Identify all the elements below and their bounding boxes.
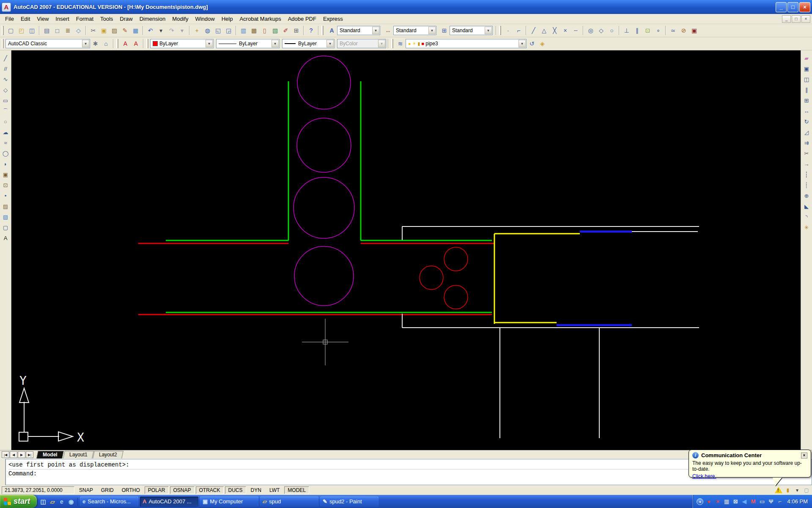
start-button[interactable]: start [0,495,37,508]
table-style-dropdown[interactable]: Standard ▾ [450,26,493,35]
dropdown-arrow-icon[interactable]: ▾ [518,40,526,47]
menu-format[interactable]: Format [73,14,97,23]
plot-preview-button[interactable]: ◻ [52,26,62,36]
erase-button[interactable]: ▰ [802,53,812,64]
status-toggle-otrack[interactable]: OTRACK [196,486,224,494]
quickcalc-button[interactable]: ⊞ [291,26,301,36]
mdi-close-button[interactable]: × [801,15,810,23]
linetype-control-dropdown[interactable]: ByLayer ▾ [216,39,280,48]
dropdown-arrow-icon[interactable]: ▾ [372,27,379,34]
snap-tangent-button[interactable]: ○ [607,26,617,36]
plot-button[interactable]: ▤ [42,26,52,36]
status-toggle-osnap[interactable]: OSNAP [170,486,195,494]
snap-apparent-intersection-button[interactable]: × [560,26,570,36]
block-editor-button[interactable]: ▦ [131,26,140,36]
snap-extension-button[interactable]: ┄ [571,26,581,36]
open-button[interactable]: ◰ [16,26,26,36]
redo-dropdown[interactable]: ▾ [177,26,187,36]
dropdown-arrow-icon[interactable]: ▾ [206,40,213,47]
status-toggle-ortho[interactable]: ORTHO [118,486,143,494]
toolbar-grip[interactable] [116,39,118,48]
tray-usb-device-icon[interactable]: ▭ [759,498,766,505]
make-block-button[interactable]: ⊡ [1,180,11,190]
taskbar-clock[interactable]: 4:06 PM [787,498,808,505]
stretch-button[interactable]: ⇉ [802,138,812,148]
dropdown-arrow-icon[interactable]: ▾ [272,40,279,47]
mdi-restore-button[interactable]: □ [792,15,801,23]
trim-button[interactable]: ✂ [802,148,812,159]
3d-dwf-button[interactable]: ◇ [74,26,83,36]
snap-midpoint-button[interactable]: △ [539,26,549,36]
clean-screen-button[interactable]: ▢ [803,487,810,494]
color-control-dropdown[interactable]: ByLayer ▾ [150,39,214,48]
polyline-button[interactable]: ∿ [1,74,11,85]
snap-quadrant-button[interactable]: ◇ [596,26,606,36]
menu-express[interactable]: Express [320,14,346,23]
toolbar-grip[interactable] [2,26,4,35]
snap-insert-button[interactable]: ⊡ [643,26,653,36]
snap-parallel-button[interactable]: ∥ [632,26,642,36]
close-button[interactable]: × [799,2,810,12]
toolbar-grip[interactable] [391,39,393,48]
hatch-button[interactable]: ▨ [1,201,11,212]
copy-object-button[interactable]: ▣ [802,64,812,74]
tray-pointing-device-icon[interactable]: ⌐ [776,498,784,505]
osnap-settings-button[interactable]: ▣ [689,26,699,36]
dropdown-arrow-icon[interactable]: ▾ [82,40,89,47]
snap-center-button[interactable]: ◎ [586,26,595,36]
insert-block-button[interactable]: ▣ [1,169,11,180]
dropdown-arrow-icon[interactable]: ▾ [485,27,492,34]
convert-to-pdf-comment-icon[interactable]: A [131,39,141,49]
extend-button[interactable]: → [802,159,812,169]
spline-button[interactable]: ≈ [1,138,11,148]
move-button[interactable]: ↔ [802,106,812,116]
mtext-button[interactable]: A [1,233,11,243]
save-button[interactable]: ◫ [27,26,37,36]
snap-from-button[interactable]: ⌐ [514,26,524,36]
text-style-icon[interactable]: A [327,26,337,36]
launch-internet-explorer-desktop-icon[interactable]: ◫ [39,498,47,505]
arc-button[interactable]: ⌒ [1,106,11,116]
tab-first-button[interactable]: |◀ [2,451,9,458]
menu-view[interactable]: View [33,14,52,23]
command-window-grip[interactable] [0,459,5,485]
minimize-button[interactable]: _ [776,2,787,12]
taskbar-button-search[interactable]: eSearch - Micros... [80,497,138,507]
polygon-button[interactable]: ◇ [1,85,11,95]
status-toggle-snap[interactable]: SNAP [76,486,96,494]
region-button[interactable]: ▢ [1,222,11,233]
markup-set-manager-button[interactable]: ✐ [281,26,291,36]
taskbar-button-my-computer[interactable]: ▣My Computer [200,497,258,507]
gradient-button[interactable]: ▧ [1,212,11,222]
restore-button[interactable]: □ [787,2,798,12]
point-button[interactable]: • [1,190,11,201]
tray-display-icon[interactable]: ▥ [723,498,730,505]
tray-antivirus-icon[interactable]: ● [705,498,713,505]
menu-modify[interactable]: Modify [169,14,192,23]
dim-style-icon[interactable]: ↔ [383,26,393,36]
paste-button[interactable]: ▨ [110,26,119,36]
tab-layout1[interactable]: Layout1 [63,451,94,458]
snap-none-button[interactable]: ⊘ [679,26,689,36]
status-toggle-dyn[interactable]: DYN [247,486,265,494]
menu-draw[interactable]: Draw [116,14,136,23]
snap-node-button[interactable]: ∘ [653,26,663,36]
balloon-click-here-link[interactable]: Click here. [692,473,716,479]
menu-dimension[interactable]: Dimension [136,14,169,23]
text-style-dropdown[interactable]: Standard ▾ [337,26,380,35]
copy-button[interactable]: ▣ [99,26,109,36]
menu-insert[interactable]: Insert [52,14,73,23]
ellipse-arc-button[interactable]: ◗ [1,159,11,169]
taskbar-button-paint[interactable]: ✎spud2 - Paint [320,497,379,507]
cut-button[interactable]: ✂ [88,26,98,36]
help-button[interactable]: ? [306,26,316,36]
qnew-button[interactable]: ▢ [6,26,16,36]
mirror-button[interactable]: ◫ [802,74,812,85]
tray-alert-icon[interactable]: × [714,498,721,505]
offset-button[interactable]: ∥ [802,85,812,95]
rectangle-button[interactable]: ▭ [1,95,11,106]
tool-palettes-button[interactable]: ▯ [260,26,269,36]
status-toggle-model[interactable]: MODEL [284,486,309,494]
layer-properties-manager-button[interactable]: ≋ [395,39,405,49]
circle-button[interactable]: ○ [1,116,11,127]
